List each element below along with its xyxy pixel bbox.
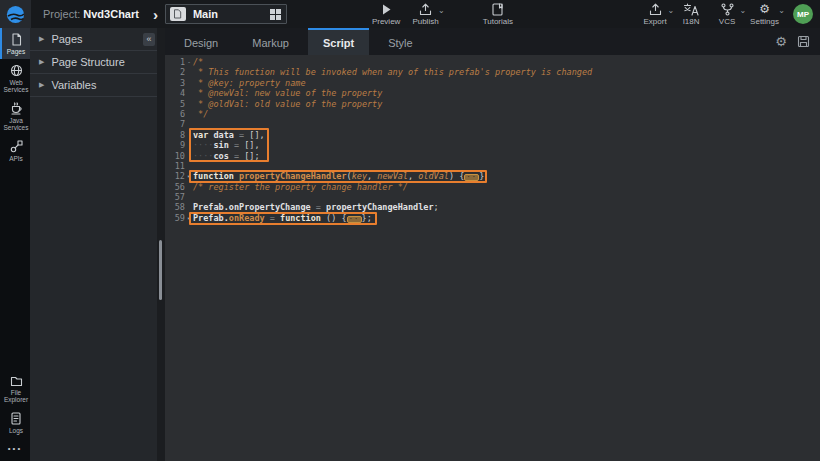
line-number: 10 bbox=[165, 151, 185, 161]
tutorials-label: Tutorials bbox=[483, 17, 513, 26]
code-line: 4 * @newVal: new value of the property bbox=[165, 88, 820, 98]
left-icon-rail: Pages Web Services Java Services APIs Fi… bbox=[0, 28, 30, 461]
code-text: /* register the property change handler … bbox=[193, 182, 408, 192]
rail-item-pages[interactable]: Pages bbox=[0, 28, 30, 59]
publish-upload-icon bbox=[418, 3, 433, 16]
code-lines: 1-/*2 * This function will be invoked wh… bbox=[165, 57, 820, 223]
rail-item-apis[interactable]: APIs bbox=[0, 135, 30, 166]
panel-section-page-structure[interactable]: ▶ Page Structure bbox=[30, 51, 157, 74]
i18n-label: I18N bbox=[683, 17, 700, 26]
code-text: * This function will be invoked when any… bbox=[193, 67, 592, 77]
code-text: /* bbox=[193, 57, 203, 67]
project-name: Nvd3Chart bbox=[83, 8, 139, 20]
code-text: * @key: property name bbox=[193, 78, 306, 88]
code-line: 8var data = [], bbox=[165, 130, 820, 140]
rail-label-web-services: Web Services bbox=[3, 79, 29, 93]
divider-drag-handle[interactable] bbox=[159, 240, 162, 300]
page-grid-view-icon[interactable] bbox=[270, 9, 281, 20]
tab-markup[interactable]: Markup bbox=[237, 28, 304, 55]
folded-code-pill[interactable]: ·· bbox=[464, 174, 479, 181]
code-line: 57 bbox=[165, 192, 820, 202]
settings-label: Settings bbox=[750, 17, 779, 26]
vcs-label: VCS bbox=[719, 17, 735, 26]
code-text: * @oldVal: old value of the property bbox=[193, 99, 382, 109]
rail-item-web-services[interactable]: Web Services bbox=[0, 59, 30, 97]
line-number: 2 bbox=[165, 67, 185, 77]
panel-section-variables[interactable]: ▶ Variables bbox=[30, 74, 157, 97]
preview-button[interactable]: Preview bbox=[372, 3, 400, 26]
line-number: 9 bbox=[165, 140, 185, 150]
publish-button[interactable]: ⌄ Publish bbox=[412, 3, 438, 26]
export-label: Export bbox=[644, 17, 667, 26]
page-selector-dropdown[interactable]: Main bbox=[165, 4, 287, 24]
user-avatar[interactable]: MP bbox=[793, 4, 813, 24]
fold-gutter bbox=[185, 109, 193, 119]
page-selector-value: Main bbox=[193, 8, 270, 20]
line-number: 3 bbox=[165, 78, 185, 88]
code-line: 9····sin = [], bbox=[165, 140, 820, 150]
rail-item-file-explorer[interactable]: File Explorer bbox=[0, 370, 30, 407]
fold-gutter bbox=[185, 119, 193, 129]
vcs-button[interactable]: ⌄ VCS bbox=[714, 3, 740, 26]
editor-tab-bar: Design Markup Script Style ⚙ bbox=[165, 28, 820, 55]
i18n-translate-icon bbox=[683, 3, 699, 16]
fold-marker-icon[interactable]: ▸ bbox=[185, 213, 193, 223]
rail-item-logs[interactable]: Logs bbox=[0, 407, 30, 438]
export-caret-icon: ⌄ bbox=[667, 6, 674, 15]
caret-right-icon: ▶ bbox=[39, 58, 44, 66]
apis-connector-icon bbox=[10, 140, 23, 153]
code-line: 2 * This function will be invoked when a… bbox=[165, 67, 820, 77]
tab-label: Style bbox=[388, 37, 412, 49]
vcs-branch-icon bbox=[720, 3, 735, 16]
panel-collapse-button[interactable]: « bbox=[143, 33, 155, 46]
wavemaker-logo-icon bbox=[6, 5, 25, 24]
fold-marker-icon[interactable]: ▸ bbox=[185, 171, 193, 181]
panel-section-pages[interactable]: ▶ Pages bbox=[30, 28, 157, 51]
code-text: function propertyChangeHandler(key, newV… bbox=[193, 171, 484, 181]
code-line: 59▸Prefab.onReady = function () {··}; bbox=[165, 213, 820, 223]
tab-label: Script bbox=[323, 37, 354, 49]
tab-script[interactable]: Script bbox=[308, 28, 369, 55]
settings-caret-icon: ⌄ bbox=[778, 6, 785, 15]
line-number: 4 bbox=[165, 88, 185, 98]
app-logo[interactable] bbox=[0, 0, 31, 28]
fold-gutter bbox=[185, 99, 193, 109]
line-number: 12 bbox=[165, 171, 185, 181]
fold-gutter bbox=[185, 182, 193, 192]
rail-spacer bbox=[0, 166, 30, 370]
code-line: 1-/* bbox=[165, 57, 820, 67]
tutorials-button[interactable]: Tutorials bbox=[483, 3, 513, 26]
java-services-coffee-icon bbox=[10, 102, 23, 115]
editor-settings-gear-icon[interactable]: ⚙ bbox=[775, 35, 787, 48]
code-line: 5 * @oldVal: old value of the property bbox=[165, 99, 820, 109]
export-button[interactable]: ⌄ Export bbox=[642, 3, 668, 26]
line-number: 11 bbox=[165, 161, 185, 171]
save-icon[interactable] bbox=[797, 35, 810, 48]
export-upload-icon bbox=[648, 3, 663, 16]
rail-label-java-services: Java Services bbox=[3, 117, 29, 131]
line-number: 6 bbox=[165, 109, 185, 119]
tab-design[interactable]: Design bbox=[169, 28, 233, 55]
script-code-editor[interactable]: 1-/*2 * This function will be invoked wh… bbox=[165, 55, 820, 461]
pages-panel: ▶ Pages ▶ Page Structure ▶ Variables « bbox=[30, 28, 157, 461]
rail-item-java-services[interactable]: Java Services bbox=[0, 97, 30, 135]
code-text: * @newVal: new value of the property bbox=[193, 88, 382, 98]
rail-more-button[interactable]: ••• bbox=[0, 438, 30, 461]
settings-button[interactable]: ⚙ ⌄ Settings bbox=[750, 3, 779, 26]
folded-code-pill[interactable]: ·· bbox=[347, 216, 362, 223]
fold-gutter bbox=[185, 130, 193, 140]
i18n-button[interactable]: I18N bbox=[678, 3, 704, 26]
fold-gutter bbox=[185, 192, 193, 202]
code-line: 10····cos = []; bbox=[165, 151, 820, 161]
web-services-globe-icon bbox=[10, 64, 23, 77]
rail-label-apis: APIs bbox=[9, 155, 23, 162]
page-doc-icon bbox=[170, 7, 186, 21]
code-line: 7 bbox=[165, 119, 820, 129]
tab-style[interactable]: Style bbox=[373, 28, 427, 55]
caret-right-icon: ▶ bbox=[39, 35, 44, 43]
code-text: ····cos = []; bbox=[193, 151, 260, 161]
project-breadcrumb: Project:Nvd3Chart bbox=[43, 8, 139, 20]
publish-label: Publish bbox=[412, 17, 438, 26]
fold-marker-icon[interactable]: - bbox=[185, 57, 193, 67]
line-number: 56 bbox=[165, 182, 185, 192]
